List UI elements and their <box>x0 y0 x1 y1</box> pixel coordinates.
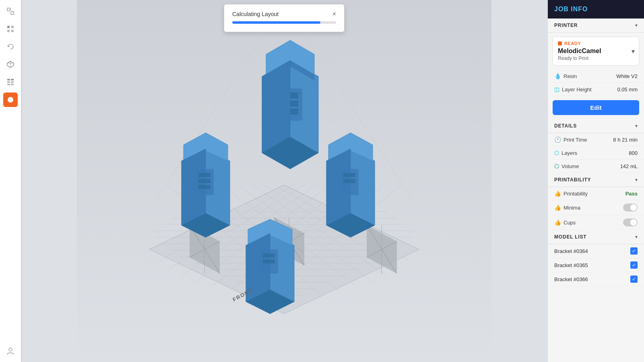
printability-section-header[interactable]: PRINTABILITY ▾ <box>548 173 644 187</box>
svg-rect-1 <box>11 12 14 14</box>
printer-status-row: READY <box>558 41 634 46</box>
printability-value: Pass <box>625 191 638 197</box>
layer-height-label: ◫ Layer Height <box>554 86 592 93</box>
print-icon[interactable] <box>3 93 18 107</box>
minima-toggle[interactable] <box>623 204 638 212</box>
svg-rect-7 <box>11 30 14 32</box>
printer-section-label: PRINTER <box>554 23 578 28</box>
svg-rect-88 <box>198 179 211 183</box>
svg-rect-12 <box>11 79 14 80</box>
panel-title: JOB INFO <box>554 6 588 12</box>
printability-chevron-icon: ▾ <box>635 177 638 183</box>
svg-rect-16 <box>11 84 14 85</box>
minima-icon: 👍 <box>554 204 561 211</box>
print-time-icon: 🕐 <box>554 136 561 143</box>
svg-rect-102 <box>263 253 275 257</box>
layers-value: 800 <box>629 150 638 156</box>
printability-section-label: PRINTABILITY <box>554 177 591 183</box>
print-time-label: 🕐 Print Time <box>554 136 587 143</box>
panel-header: JOB INFO <box>548 0 644 19</box>
layers-label: ⬡ Layers <box>554 150 577 156</box>
svg-rect-95 <box>343 173 355 177</box>
printability-icon: 👍 <box>554 190 561 197</box>
calculating-dialog: Calculating Layout × <box>224 4 345 32</box>
model-list-section-label: MODEL LIST <box>554 234 586 240</box>
model-list-section-header[interactable]: MODEL LIST ▾ <box>548 230 644 244</box>
minima-row: 👍 Minima <box>548 200 644 215</box>
cups-label: 👍 Cups <box>554 219 576 226</box>
printer-card: READY MelodicCamel Ready to Print ▾ <box>553 37 639 66</box>
svg-rect-87 <box>198 173 211 177</box>
svg-point-17 <box>8 97 13 103</box>
details-section-header[interactable]: DETAILS ▾ <box>548 119 644 133</box>
svg-rect-14 <box>11 81 14 83</box>
printer-chevron-icon: ▾ <box>635 23 638 28</box>
svg-rect-96 <box>343 179 355 183</box>
printer-subtitle: Ready to Print <box>558 56 634 61</box>
svg-rect-15 <box>7 84 10 85</box>
resin-value: White V2 <box>616 73 638 79</box>
transform-icon[interactable] <box>3 4 18 19</box>
model-item-label: Bracket #0364 <box>554 248 588 254</box>
model-item-0366: Bracket #0366 ✓ <box>548 272 644 286</box>
svg-rect-0 <box>7 8 10 11</box>
layer-height-icon: ◫ <box>554 86 559 93</box>
right-panel: JOB INFO PRINTER ▾ READY MelodicCamel Re… <box>547 0 644 362</box>
models-icon[interactable] <box>3 57 18 72</box>
print-time-value: 8 h 21 min <box>613 137 638 143</box>
svg-rect-89 <box>198 185 211 189</box>
cups-toggle[interactable] <box>623 218 638 226</box>
user-icon[interactable] <box>3 343 18 358</box>
model-list-chevron-icon: ▾ <box>635 234 638 240</box>
details-section-label: DETAILS <box>554 123 577 129</box>
cups-row: 👍 Cups <box>548 215 644 230</box>
model-checkbox-0366[interactable]: ✓ <box>630 276 638 283</box>
layout-icon[interactable] <box>3 75 18 89</box>
progress-bar-background <box>232 21 336 24</box>
svg-point-18 <box>9 348 12 351</box>
volume-value: 142 mL <box>620 163 638 169</box>
printability-row: 👍 Printability Pass <box>548 187 644 200</box>
model-checkbox-0364[interactable]: ✓ <box>630 247 638 255</box>
undo-icon[interactable] <box>3 39 18 54</box>
resin-icon: 💧 <box>554 73 561 79</box>
minima-label: 👍 Minima <box>554 204 580 211</box>
sidebar <box>0 0 21 362</box>
viewport: FRONT Calculating Layout × <box>21 0 547 362</box>
volume-icon: ⬡ <box>554 163 559 169</box>
layers-row: ⬡ Layers 800 <box>548 146 644 160</box>
layers-icon: ⬡ <box>554 150 559 156</box>
grid-icon[interactable] <box>3 22 18 36</box>
printer-status-label: READY <box>564 41 581 46</box>
svg-rect-5 <box>11 26 14 28</box>
svg-rect-103 <box>263 259 275 263</box>
printability-label: 👍 Printability <box>554 190 588 197</box>
printer-name: MelodicCamel <box>558 47 634 55</box>
layer-height-row: ◫ Layer Height 0.05 mm <box>548 83 644 96</box>
edit-button[interactable]: Edit <box>553 100 639 115</box>
model-item-label: Bracket #0366 <box>554 276 588 282</box>
svg-rect-6 <box>7 30 10 32</box>
svg-rect-13 <box>7 81 10 83</box>
cups-icon: 👍 <box>554 219 561 226</box>
volume-label: ⬡ Volume <box>554 163 579 169</box>
model-item-0365: Bracket #0365 ✓ <box>548 258 644 272</box>
printer-dropdown-icon[interactable]: ▾ <box>632 47 635 55</box>
details-chevron-icon: ▾ <box>635 123 638 129</box>
resin-row: 💧 Resin White V2 <box>548 70 644 83</box>
model-item-0364: Bracket #0364 ✓ <box>548 244 644 258</box>
svg-rect-4 <box>7 26 10 28</box>
svg-rect-11 <box>7 79 10 80</box>
printer-section-header[interactable]: PRINTER ▾ <box>548 19 644 33</box>
model-checkbox-0365[interactable]: ✓ <box>630 261 638 269</box>
3d-scene: FRONT <box>21 0 547 362</box>
volume-row: ⬡ Volume 142 mL <box>548 160 644 173</box>
dialog-title: Calculating Layout <box>232 11 279 17</box>
dialog-close-button[interactable]: × <box>332 11 336 17</box>
layer-height-value: 0.05 mm <box>617 86 638 93</box>
model-item-label: Bracket #0365 <box>554 262 588 268</box>
resin-label: 💧 Resin <box>554 73 577 79</box>
progress-bar-fill <box>232 21 320 24</box>
print-time-row: 🕐 Print Time 8 h 21 min <box>548 133 644 146</box>
status-dot-icon <box>558 41 562 45</box>
